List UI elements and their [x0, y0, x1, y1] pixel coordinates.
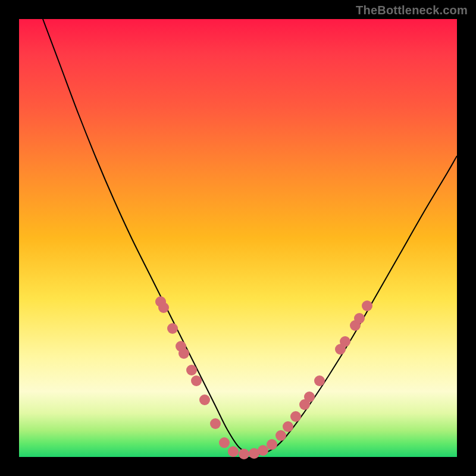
curve-marker	[239, 449, 249, 459]
curve-svg	[19, 19, 457, 457]
curve-marker	[186, 365, 197, 375]
watermark-text: TheBottleneck.com	[356, 4, 468, 17]
curve-marker	[191, 375, 202, 386]
curve-marker	[304, 392, 315, 402]
curve-marker	[158, 302, 169, 313]
curve-marker	[362, 300, 372, 311]
plot-area	[19, 19, 457, 457]
bottleneck-curve	[43, 19, 457, 454]
curve-marker	[314, 375, 325, 386]
curve-marker	[283, 421, 293, 432]
curve-marker	[210, 418, 221, 429]
curve-marker	[340, 336, 350, 347]
curve-marker	[267, 439, 277, 450]
curve-marker	[275, 430, 286, 441]
curve-marker	[354, 313, 365, 324]
curve-marker	[167, 323, 178, 334]
curve-marker	[228, 446, 239, 457]
curve-marker	[290, 411, 301, 422]
curve-marker	[199, 394, 210, 405]
curve-markers	[155, 296, 372, 459]
curve-marker	[219, 437, 230, 448]
chart-frame: TheBottleneck.com	[0, 0, 476, 476]
curve-marker	[258, 445, 268, 456]
curve-marker	[178, 348, 189, 359]
